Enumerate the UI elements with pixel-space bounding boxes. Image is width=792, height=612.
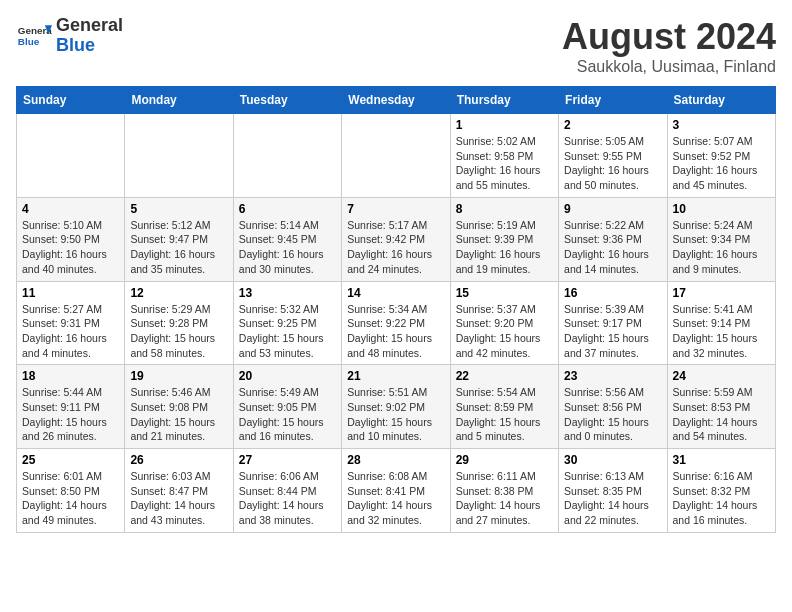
day-number: 25 bbox=[22, 453, 119, 467]
day-info: Sunrise: 5:44 AMSunset: 9:11 PMDaylight:… bbox=[22, 385, 119, 444]
day-number: 18 bbox=[22, 369, 119, 383]
calendar-cell: 5Sunrise: 5:12 AMSunset: 9:47 PMDaylight… bbox=[125, 197, 233, 281]
day-info: Sunrise: 5:37 AMSunset: 9:20 PMDaylight:… bbox=[456, 302, 553, 361]
calendar-table: SundayMondayTuesdayWednesdayThursdayFrid… bbox=[16, 86, 776, 533]
day-info: Sunrise: 5:22 AMSunset: 9:36 PMDaylight:… bbox=[564, 218, 661, 277]
title-block: August 2024 Saukkola, Uusimaa, Finland bbox=[562, 16, 776, 76]
day-info: Sunrise: 5:56 AMSunset: 8:56 PMDaylight:… bbox=[564, 385, 661, 444]
weekday-header: Wednesday bbox=[342, 87, 450, 114]
calendar-week-row: 18Sunrise: 5:44 AMSunset: 9:11 PMDayligh… bbox=[17, 365, 776, 449]
calendar-cell: 24Sunrise: 5:59 AMSunset: 8:53 PMDayligh… bbox=[667, 365, 775, 449]
day-number: 3 bbox=[673, 118, 770, 132]
subtitle: Saukkola, Uusimaa, Finland bbox=[562, 58, 776, 76]
day-info: Sunrise: 5:14 AMSunset: 9:45 PMDaylight:… bbox=[239, 218, 336, 277]
day-info: Sunrise: 5:12 AMSunset: 9:47 PMDaylight:… bbox=[130, 218, 227, 277]
day-number: 28 bbox=[347, 453, 444, 467]
day-info: Sunrise: 5:24 AMSunset: 9:34 PMDaylight:… bbox=[673, 218, 770, 277]
day-info: Sunrise: 5:34 AMSunset: 9:22 PMDaylight:… bbox=[347, 302, 444, 361]
logo: General Blue General Blue bbox=[16, 16, 123, 56]
day-number: 5 bbox=[130, 202, 227, 216]
weekday-row: SundayMondayTuesdayWednesdayThursdayFrid… bbox=[17, 87, 776, 114]
calendar-cell: 1Sunrise: 5:02 AMSunset: 9:58 PMDaylight… bbox=[450, 114, 558, 198]
day-number: 22 bbox=[456, 369, 553, 383]
svg-text:Blue: Blue bbox=[18, 36, 40, 47]
calendar-cell: 23Sunrise: 5:56 AMSunset: 8:56 PMDayligh… bbox=[559, 365, 667, 449]
calendar-week-row: 11Sunrise: 5:27 AMSunset: 9:31 PMDayligh… bbox=[17, 281, 776, 365]
day-number: 16 bbox=[564, 286, 661, 300]
calendar-cell: 25Sunrise: 6:01 AMSunset: 8:50 PMDayligh… bbox=[17, 449, 125, 533]
calendar-cell: 29Sunrise: 6:11 AMSunset: 8:38 PMDayligh… bbox=[450, 449, 558, 533]
calendar-cell: 19Sunrise: 5:46 AMSunset: 9:08 PMDayligh… bbox=[125, 365, 233, 449]
day-info: Sunrise: 6:11 AMSunset: 8:38 PMDaylight:… bbox=[456, 469, 553, 528]
calendar-cell: 11Sunrise: 5:27 AMSunset: 9:31 PMDayligh… bbox=[17, 281, 125, 365]
calendar-cell: 21Sunrise: 5:51 AMSunset: 9:02 PMDayligh… bbox=[342, 365, 450, 449]
calendar-cell bbox=[125, 114, 233, 198]
day-info: Sunrise: 5:29 AMSunset: 9:28 PMDaylight:… bbox=[130, 302, 227, 361]
day-info: Sunrise: 5:41 AMSunset: 9:14 PMDaylight:… bbox=[673, 302, 770, 361]
calendar-cell: 4Sunrise: 5:10 AMSunset: 9:50 PMDaylight… bbox=[17, 197, 125, 281]
day-info: Sunrise: 6:06 AMSunset: 8:44 PMDaylight:… bbox=[239, 469, 336, 528]
day-number: 23 bbox=[564, 369, 661, 383]
day-number: 10 bbox=[673, 202, 770, 216]
day-info: Sunrise: 6:08 AMSunset: 8:41 PMDaylight:… bbox=[347, 469, 444, 528]
weekday-header: Sunday bbox=[17, 87, 125, 114]
calendar-cell: 30Sunrise: 6:13 AMSunset: 8:35 PMDayligh… bbox=[559, 449, 667, 533]
calendar-body: 1Sunrise: 5:02 AMSunset: 9:58 PMDaylight… bbox=[17, 114, 776, 533]
day-number: 17 bbox=[673, 286, 770, 300]
calendar-cell: 27Sunrise: 6:06 AMSunset: 8:44 PMDayligh… bbox=[233, 449, 341, 533]
day-info: Sunrise: 5:39 AMSunset: 9:17 PMDaylight:… bbox=[564, 302, 661, 361]
calendar-cell: 6Sunrise: 5:14 AMSunset: 9:45 PMDaylight… bbox=[233, 197, 341, 281]
day-info: Sunrise: 5:54 AMSunset: 8:59 PMDaylight:… bbox=[456, 385, 553, 444]
day-info: Sunrise: 6:03 AMSunset: 8:47 PMDaylight:… bbox=[130, 469, 227, 528]
day-info: Sunrise: 6:01 AMSunset: 8:50 PMDaylight:… bbox=[22, 469, 119, 528]
day-info: Sunrise: 5:51 AMSunset: 9:02 PMDaylight:… bbox=[347, 385, 444, 444]
calendar-cell: 2Sunrise: 5:05 AMSunset: 9:55 PMDaylight… bbox=[559, 114, 667, 198]
calendar-cell: 9Sunrise: 5:22 AMSunset: 9:36 PMDaylight… bbox=[559, 197, 667, 281]
day-number: 12 bbox=[130, 286, 227, 300]
day-info: Sunrise: 5:46 AMSunset: 9:08 PMDaylight:… bbox=[130, 385, 227, 444]
main-title: August 2024 bbox=[562, 16, 776, 58]
calendar-week-row: 4Sunrise: 5:10 AMSunset: 9:50 PMDaylight… bbox=[17, 197, 776, 281]
day-info: Sunrise: 5:49 AMSunset: 9:05 PMDaylight:… bbox=[239, 385, 336, 444]
weekday-header: Thursday bbox=[450, 87, 558, 114]
calendar-cell: 28Sunrise: 6:08 AMSunset: 8:41 PMDayligh… bbox=[342, 449, 450, 533]
day-info: Sunrise: 5:59 AMSunset: 8:53 PMDaylight:… bbox=[673, 385, 770, 444]
day-number: 26 bbox=[130, 453, 227, 467]
day-number: 13 bbox=[239, 286, 336, 300]
weekday-header: Tuesday bbox=[233, 87, 341, 114]
day-number: 15 bbox=[456, 286, 553, 300]
day-number: 27 bbox=[239, 453, 336, 467]
page-header: General Blue General Blue August 2024 Sa… bbox=[16, 16, 776, 76]
calendar-cell: 12Sunrise: 5:29 AMSunset: 9:28 PMDayligh… bbox=[125, 281, 233, 365]
day-info: Sunrise: 5:27 AMSunset: 9:31 PMDaylight:… bbox=[22, 302, 119, 361]
day-number: 2 bbox=[564, 118, 661, 132]
day-number: 30 bbox=[564, 453, 661, 467]
calendar-cell: 18Sunrise: 5:44 AMSunset: 9:11 PMDayligh… bbox=[17, 365, 125, 449]
calendar-cell: 16Sunrise: 5:39 AMSunset: 9:17 PMDayligh… bbox=[559, 281, 667, 365]
calendar-cell: 26Sunrise: 6:03 AMSunset: 8:47 PMDayligh… bbox=[125, 449, 233, 533]
day-info: Sunrise: 5:17 AMSunset: 9:42 PMDaylight:… bbox=[347, 218, 444, 277]
day-number: 14 bbox=[347, 286, 444, 300]
calendar-cell bbox=[342, 114, 450, 198]
calendar-header: SundayMondayTuesdayWednesdayThursdayFrid… bbox=[17, 87, 776, 114]
calendar-cell: 22Sunrise: 5:54 AMSunset: 8:59 PMDayligh… bbox=[450, 365, 558, 449]
day-info: Sunrise: 5:10 AMSunset: 9:50 PMDaylight:… bbox=[22, 218, 119, 277]
calendar-cell: 17Sunrise: 5:41 AMSunset: 9:14 PMDayligh… bbox=[667, 281, 775, 365]
calendar-cell bbox=[17, 114, 125, 198]
day-number: 20 bbox=[239, 369, 336, 383]
calendar-cell: 31Sunrise: 6:16 AMSunset: 8:32 PMDayligh… bbox=[667, 449, 775, 533]
weekday-header: Saturday bbox=[667, 87, 775, 114]
day-info: Sunrise: 5:32 AMSunset: 9:25 PMDaylight:… bbox=[239, 302, 336, 361]
calendar-cell: 15Sunrise: 5:37 AMSunset: 9:20 PMDayligh… bbox=[450, 281, 558, 365]
day-info: Sunrise: 5:05 AMSunset: 9:55 PMDaylight:… bbox=[564, 134, 661, 193]
day-number: 31 bbox=[673, 453, 770, 467]
day-number: 4 bbox=[22, 202, 119, 216]
day-number: 1 bbox=[456, 118, 553, 132]
calendar-cell: 14Sunrise: 5:34 AMSunset: 9:22 PMDayligh… bbox=[342, 281, 450, 365]
weekday-header: Friday bbox=[559, 87, 667, 114]
day-number: 11 bbox=[22, 286, 119, 300]
calendar-week-row: 25Sunrise: 6:01 AMSunset: 8:50 PMDayligh… bbox=[17, 449, 776, 533]
calendar-cell: 8Sunrise: 5:19 AMSunset: 9:39 PMDaylight… bbox=[450, 197, 558, 281]
day-number: 9 bbox=[564, 202, 661, 216]
day-number: 7 bbox=[347, 202, 444, 216]
